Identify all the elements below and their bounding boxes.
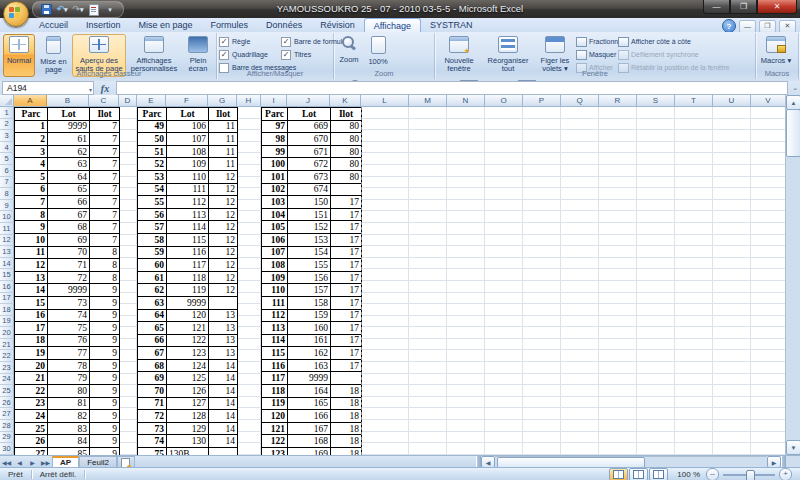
table-cell[interactable]: 7 — [90, 120, 120, 133]
table-cell[interactable]: 120 — [167, 309, 209, 322]
cell-R11[interactable] — [599, 223, 637, 235]
cell-R25[interactable] — [599, 385, 637, 397]
cell-T22[interactable] — [675, 350, 713, 362]
table-cell[interactable]: 116 — [167, 246, 209, 259]
table-cell[interactable]: 14 — [209, 410, 238, 423]
cell-M15[interactable] — [409, 269, 447, 281]
cell-N14[interactable] — [447, 258, 485, 270]
table-cell[interactable]: 671 — [288, 145, 331, 158]
table-cell[interactable]: 10 — [15, 233, 48, 246]
cell-Q13[interactable] — [561, 246, 599, 258]
cell-V17[interactable] — [751, 293, 786, 305]
column-header-G[interactable]: G — [208, 95, 237, 107]
cell-V11[interactable] — [751, 223, 786, 235]
table-cell[interactable] — [209, 296, 238, 309]
cell-D2[interactable] — [119, 119, 137, 131]
cell-L8[interactable] — [361, 188, 409, 200]
table-cell[interactable]: 127 — [167, 397, 209, 410]
cell-P23[interactable] — [523, 362, 561, 374]
cell-L16[interactable] — [361, 281, 409, 293]
column-header-K[interactable]: K — [330, 95, 361, 107]
cell-P19[interactable] — [523, 316, 561, 328]
cell-H30[interactable] — [237, 443, 261, 455]
cell-P21[interactable] — [523, 339, 561, 351]
table-cell[interactable]: 61 — [48, 133, 90, 146]
table-cell[interactable]: 156 — [288, 271, 331, 284]
table-cell[interactable]: 110 — [167, 170, 209, 183]
cell-S22[interactable] — [637, 350, 675, 362]
cell-N7[interactable] — [447, 177, 485, 189]
cell-S7[interactable] — [637, 177, 675, 189]
cell-Q19[interactable] — [561, 316, 599, 328]
cell-H8[interactable] — [237, 188, 261, 200]
table-cell[interactable]: 9 — [90, 372, 120, 385]
cell-N23[interactable] — [447, 362, 485, 374]
cell-O16[interactable] — [485, 281, 523, 293]
cell-S23[interactable] — [637, 362, 675, 374]
table-cell[interactable]: 155 — [288, 259, 331, 272]
table-cell[interactable]: 9 — [90, 448, 120, 455]
table-cell[interactable]: 75 — [48, 322, 90, 335]
cell-R13[interactable] — [599, 246, 637, 258]
cell-P8[interactable] — [523, 188, 561, 200]
cell-D15[interactable] — [119, 269, 137, 281]
table-cell[interactable]: 103 — [262, 196, 288, 209]
cell-Q17[interactable] — [561, 293, 599, 305]
cell-L12[interactable] — [361, 235, 409, 247]
table-cell[interactable]: 164 — [288, 385, 331, 398]
cell-U23[interactable] — [713, 362, 751, 374]
cell-T18[interactable] — [675, 304, 713, 316]
cell-R14[interactable] — [599, 258, 637, 270]
row-header-22[interactable]: 22 — [0, 350, 14, 362]
cell-D20[interactable] — [119, 327, 137, 339]
cell-O29[interactable] — [485, 432, 523, 444]
row-header-16[interactable]: 16 — [0, 281, 14, 293]
table-cell[interactable]: 65 — [138, 322, 167, 335]
table-cell[interactable]: 119 — [167, 284, 209, 297]
table-cell[interactable]: 82 — [48, 410, 90, 423]
cell-H1[interactable] — [237, 107, 261, 119]
table-cell[interactable]: 9 — [15, 221, 48, 234]
table-header-ilot[interactable]: Ilot — [331, 108, 362, 121]
cell-Q23[interactable] — [561, 362, 599, 374]
column-header-O[interactable]: O — [485, 95, 523, 107]
cell-D11[interactable] — [119, 223, 137, 235]
table-cell[interactable]: 58 — [138, 233, 167, 246]
table-cell[interactable]: 97 — [262, 120, 288, 133]
table-cell[interactable]: 9 — [90, 385, 120, 398]
table-cell[interactable]: 101 — [262, 170, 288, 183]
table-cell[interactable]: 672 — [288, 158, 331, 171]
table-cell[interactable]: 118 — [167, 271, 209, 284]
table-cell[interactable]: 107 — [167, 133, 209, 146]
table-cell[interactable]: 9999 — [48, 284, 90, 297]
checked-checkbox-icon[interactable]: ✓ — [281, 37, 291, 47]
table-cell[interactable]: 7 — [90, 183, 120, 196]
table-cell[interactable] — [331, 372, 362, 385]
cell-L4[interactable] — [361, 142, 409, 154]
cell-T27[interactable] — [675, 408, 713, 420]
table-cell[interactable]: 14 — [209, 397, 238, 410]
table-header-parc[interactable]: Parc — [15, 108, 48, 121]
cell-M6[interactable] — [409, 165, 447, 177]
cell-N6[interactable] — [447, 165, 485, 177]
cell-V14[interactable] — [751, 258, 786, 270]
row-header-30[interactable]: 30 — [0, 443, 14, 455]
select-all-corner[interactable] — [0, 95, 14, 107]
table-cell[interactable]: 80 — [331, 120, 362, 133]
table-cell[interactable]: 85 — [48, 448, 90, 455]
checked-checkbox-icon[interactable]: ✓ — [219, 50, 229, 60]
cell-P24[interactable] — [523, 374, 561, 386]
cell-H22[interactable] — [237, 350, 261, 362]
column-header-S[interactable]: S — [637, 95, 675, 107]
table-cell[interactable]: 13 — [15, 271, 48, 284]
table-cell[interactable]: 17 — [331, 359, 362, 372]
table-cell[interactable]: 108 — [167, 145, 209, 158]
cell-Q14[interactable] — [561, 258, 599, 270]
cell-T3[interactable] — [675, 130, 713, 142]
cell-R8[interactable] — [599, 188, 637, 200]
cell-H18[interactable] — [237, 304, 261, 316]
cell-S2[interactable] — [637, 119, 675, 131]
cell-M12[interactable] — [409, 235, 447, 247]
cell-Q6[interactable] — [561, 165, 599, 177]
cell-Q26[interactable] — [561, 397, 599, 409]
